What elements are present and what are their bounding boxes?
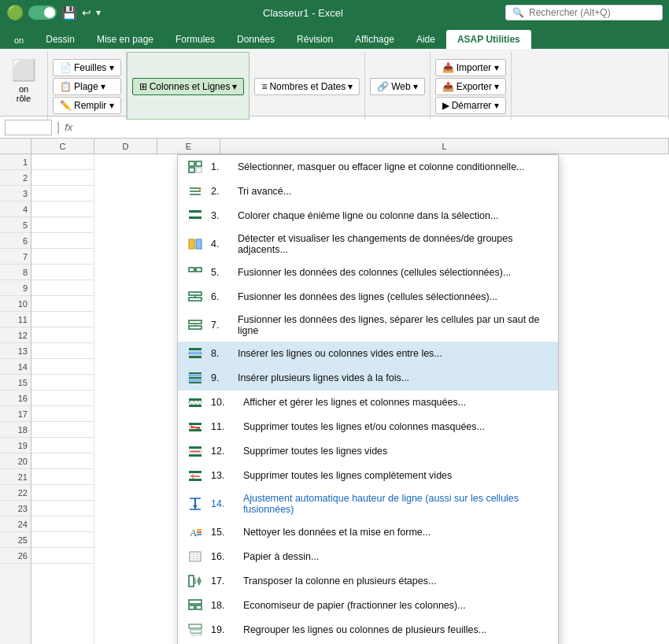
menu-label-11: 11. [211,421,224,432]
cell-c15[interactable] [31,375,94,390]
row-num-23: 23 [0,501,31,516]
tab-dessin[interactable]: Dessin [35,30,86,49]
menu-label-6: 6. [211,291,219,302]
menu-label-15: 15. [211,527,224,538]
remplir-dropdown[interactable]: ✏️ Remplir ▾ [53,97,121,114]
menu-item-1[interactable]: 1. Sélectionner, masquer ou effacer lign… [178,155,558,180]
cell-c7[interactable] [31,249,94,265]
remplir-icon: ✏️ [60,100,72,111]
cell-c25[interactable] [31,532,94,548]
menu-label-19: 19. [211,624,224,635]
cell-c14[interactable] [31,359,94,375]
autosave-toggle[interactable] [28,6,57,20]
menu-item-12[interactable]: 12. Supprimer toutes les lignes vides [178,439,558,464]
cell-c4[interactable] [31,202,94,217]
colonnes-lignes-dropdown[interactable]: ⊞ Colonnes et Lignes ▾ [132,78,245,95]
plage-dropdown[interactable]: 📋 Plage ▾ [53,78,121,95]
search-input[interactable] [529,7,647,18]
cell-c3[interactable] [31,186,94,202]
nombres-dates-dropdown[interactable]: ≡ Nombres et Dates ▾ [254,78,360,95]
exporter-dropdown[interactable]: 📤 Exporter ▾ [435,78,507,95]
menu-item-14[interactable]: 14. Ajustement automatique hauteur de li… [178,488,558,520]
cell-c20[interactable] [31,453,94,469]
menu-text-15: Nettoyer les données et la mise en forme… [243,527,431,538]
cell-c12[interactable] [31,328,94,343]
undo-icon[interactable]: ↩ [82,6,91,19]
col-header-l[interactable]: L [220,139,669,154]
menu-item-4[interactable]: 4. Détecter et visualiser les changement… [178,228,558,261]
selection-button[interactable]: ⬜ onrôle [5,55,43,106]
feuilles-dropdown[interactable]: 📄 Feuilles ▾ [53,59,121,76]
cell-c8[interactable] [31,265,94,280]
svg-rect-11 [189,220,201,222]
menu-item-19[interactable]: 19. Regrouper les lignes ou colonnes de … [178,618,558,642]
col-header-c[interactable]: C [31,139,94,154]
tab-aide[interactable]: Aide [405,30,446,49]
name-box[interactable] [5,120,52,135]
menu-item-16[interactable]: 16. Papier à dessin... [178,545,558,569]
cell-c10[interactable] [31,296,94,312]
row-numbers: 1 2 3 4 5 6 7 8 9 10 11 12 13 14 15 16 1… [0,154,31,644]
colonnes-lignes-menu: 1. Sélectionner, masquer ou effacer lign… [177,154,559,644]
cell-c18[interactable] [31,422,94,438]
tab-on[interactable]: on [3,31,35,49]
svg-marker-62 [197,576,201,586]
menu-item-15[interactable]: A 15. Nettoyer les données et la mise en… [178,520,558,545]
menu-item-8[interactable]: 8. Insérer les lignes ou colonnes vides … [178,342,558,366]
menu-item-3[interactable]: 3. Colorer chaque énième ligne ou colonn… [178,204,558,228]
row-num-21: 21 [0,469,31,485]
row-num-17: 17 [0,406,31,422]
cell-c26[interactable] [31,548,94,564]
menu-item-9[interactable]: 9. Insérer plusieurs lignes vides à la f… [178,366,558,390]
menu-item-6[interactable]: 6. Fusionner les données des lignes (cel… [178,285,558,309]
tab-asap[interactable]: ASAP Utilities [446,30,531,49]
cell-c2[interactable] [31,170,94,186]
save-icon[interactable]: 💾 [61,6,77,20]
col-header-d[interactable]: D [94,139,157,154]
tab-formules[interactable]: Formules [164,30,226,49]
row-num-19: 19 [0,438,31,453]
cell-c11[interactable] [31,312,94,328]
demarrer-dropdown[interactable]: ▶ Démarrer ▾ [435,97,507,114]
menu-item-18[interactable]: 18. Economiseur de papier (fractionner l… [178,594,558,618]
selection-label: onrôle [17,84,31,103]
feuilles-label: Feuilles ▾ [74,62,114,73]
cell-c6[interactable] [31,233,94,249]
web-dropdown[interactable]: 🔗 Web ▾ [370,78,424,95]
menu-item-2[interactable]: 2. Tri avancé... [178,180,558,204]
svg-rect-60 [189,576,194,587]
tab-donnees[interactable]: Données [226,30,286,49]
row-num-16: 16 [0,390,31,406]
menu-item-17[interactable]: 17. Transposer la colonne en plusieurs é… [178,569,558,594]
menu-item-10[interactable]: 10. Afficher et gérer les lignes et colo… [178,390,558,415]
cell-c19[interactable] [31,438,94,453]
menu-text-8: Insérer les lignes ou colonnes vides ent… [238,348,442,359]
row-num-6: 6 [0,233,31,249]
menu-item-13[interactable]: 13. Supprimer toutes les lignes complète… [178,464,558,488]
nombres-chevron: ▾ [348,81,353,92]
tab-mise-en-page[interactable]: Mise en page [86,30,164,49]
svg-rect-21 [189,326,201,329]
tab-affichage[interactable]: Affichage [344,30,405,49]
importer-dropdown[interactable]: 📥 Importer ▾ [435,59,507,76]
svg-rect-1 [196,161,201,166]
menu-item-11[interactable]: 11. Supprimer toutes les lignes et/ou co… [178,415,558,439]
search-bar[interactable]: 🔍 [505,5,663,20]
cell-c22[interactable] [31,485,94,501]
menu-label-18: 18. [211,600,224,611]
cell-c5[interactable] [31,217,94,233]
menu-label-7: 7. [211,320,219,331]
cell-c24[interactable] [31,516,94,532]
menu-item-7[interactable]: 7. Fusionner les données des lignes, sép… [178,309,558,342]
col-header-e[interactable]: E [157,139,220,154]
menu-item-5[interactable]: 5. Fusionner les données des colonnes (c… [178,261,558,285]
cell-c21[interactable] [31,469,94,485]
ribbon-group-feuilles: 📄 Feuilles ▾ 📋 Plage ▾ ✏️ Remplir ▾ [48,52,127,120]
cell-c17[interactable] [31,406,94,422]
cell-c16[interactable] [31,390,94,406]
cell-c9[interactable] [31,280,94,296]
cell-c1[interactable] [31,154,94,170]
cell-c13[interactable] [31,343,94,359]
tab-revision[interactable]: Révision [286,30,344,49]
cell-c23[interactable] [31,501,94,516]
